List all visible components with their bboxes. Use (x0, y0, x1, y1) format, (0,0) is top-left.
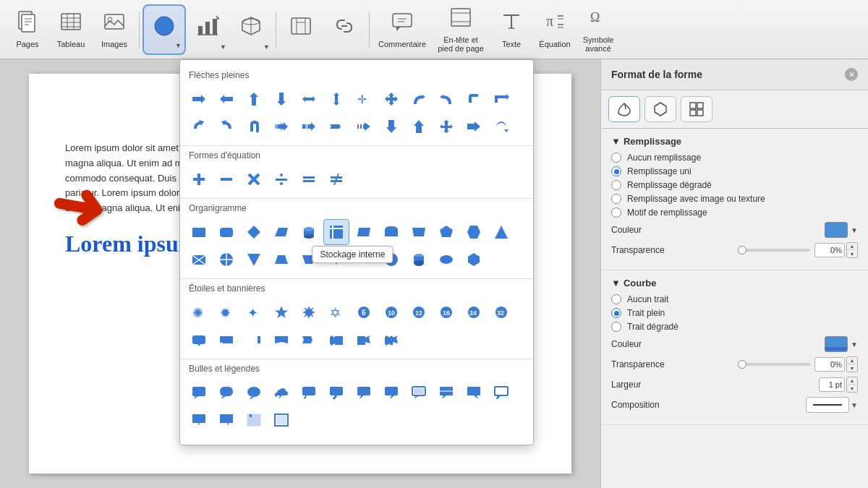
couleur-swatch[interactable] (825, 222, 848, 238)
shape-turn-left[interactable] (461, 86, 487, 112)
shape-caption4[interactable] (433, 380, 459, 406)
shape-curve-right[interactable] (406, 86, 432, 112)
largeur-spinner-down[interactable]: ▼ (847, 385, 857, 392)
radio-trait-degrade-btn[interactable] (611, 322, 621, 332)
shape-arrow-right2[interactable] (351, 247, 377, 273)
shape-crossed-rect[interactable] (186, 247, 212, 273)
shape-down-arrow[interactable] (268, 86, 294, 112)
courbe-couleur-dropdown[interactable]: ▼ (851, 341, 858, 348)
shape-bubble-round[interactable] (213, 380, 239, 406)
shape-rounded-oval[interactable] (433, 247, 459, 273)
radio-aucun-trait-btn[interactable] (611, 294, 621, 304)
toolbar-pages[interactable]: Pages (6, 4, 49, 55)
shape-rounded-rect[interactable] (213, 219, 239, 245)
shape-bubble-rect[interactable] (186, 380, 212, 406)
radio-degrade-btn[interactable] (611, 180, 621, 190)
courbe-transparence-spinner[interactable]: ▲ ▼ (846, 356, 858, 372)
toolbar-commentaire[interactable]: Commentaire (373, 4, 432, 55)
radio-trait-plein-btn[interactable] (611, 308, 621, 318)
toolbar-tableau[interactable]: Tableau (49, 4, 93, 55)
shape-badge6[interactable]: 6 (351, 299, 377, 325)
shape-star7[interactable]: ✡ (323, 299, 349, 325)
shape-inv-triangle[interactable] (241, 247, 267, 273)
shape-bubble-line1[interactable] (296, 380, 322, 406)
toolbar-chart[interactable]: ▼ (186, 4, 229, 55)
shape-down-arrow2[interactable] (378, 114, 404, 140)
shape-bubble-line2[interactable] (323, 380, 349, 406)
shape-starburst1[interactable]: ✺ (186, 299, 212, 325)
shape-elbow[interactable] (488, 86, 514, 112)
shape-caption10[interactable] (268, 407, 294, 433)
shape-equals[interactable] (296, 166, 322, 192)
shape-curve-left[interactable] (433, 86, 459, 112)
shape-minus[interactable] (213, 166, 239, 192)
shape-rounded-top[interactable] (378, 219, 404, 245)
shape-diamond[interactable] (241, 219, 267, 245)
shape-bubble-oval[interactable] (241, 380, 267, 406)
shape-star6[interactable] (296, 299, 322, 325)
toolbar-equation[interactable]: π Équation (533, 4, 576, 55)
courbe-spinner-up[interactable]: ▲ (847, 357, 857, 364)
shape-striped-arrow[interactable] (351, 114, 377, 140)
shape-caption5[interactable] (461, 380, 487, 406)
spinner-down[interactable]: ▼ (847, 250, 857, 257)
shape-cylinder[interactable] (296, 219, 322, 245)
shape-internal-storage[interactable]: Stockage interne (323, 219, 349, 245)
shape-uturn[interactable] (241, 114, 267, 140)
composition-dropdown[interactable]: ▼ (851, 401, 858, 409)
shape-notch-right[interactable] (323, 114, 349, 140)
shape-banner2[interactable] (213, 327, 239, 353)
shape-rect[interactable] (186, 219, 212, 245)
shape-pentagon[interactable] (433, 219, 459, 245)
shape-4way-arrow[interactable]: ✛ (351, 86, 377, 112)
shape-banner3[interactable] (241, 327, 267, 353)
panel-tab-arrange[interactable] (681, 96, 712, 122)
shape-right3[interactable] (296, 114, 322, 140)
shape-banner8[interactable] (378, 327, 404, 353)
shape-circle-cross[interactable] (213, 247, 239, 273)
toolbar-entete[interactable]: En-tête et pied de page (432, 4, 490, 55)
shape-caption1[interactable] (351, 380, 377, 406)
shape-banner1[interactable] (186, 327, 212, 353)
shape-caption9[interactable] (241, 407, 267, 433)
shape-sparkle[interactable]: ✦ (241, 299, 267, 325)
radio-aucun-btn[interactable] (611, 153, 621, 163)
shape-banner5[interactable] (296, 327, 322, 353)
toolbar-textbox[interactable] (279, 4, 323, 55)
shape-badge16[interactable]: 16 (433, 299, 459, 325)
shape-badge10[interactable]: 10 (378, 299, 404, 325)
transparence-input[interactable]: 0% (814, 243, 845, 257)
shape-diagonal-arrow[interactable] (378, 86, 404, 112)
shape-plus[interactable] (186, 166, 212, 192)
shape-starburst2[interactable]: ✹ (213, 299, 239, 325)
shape-inv-trapezoid[interactable] (296, 247, 322, 273)
shape-badge24[interactable]: 24 (461, 299, 487, 325)
shape-circle3[interactable] (378, 247, 404, 273)
shape-caption3[interactable] (406, 380, 432, 406)
shape-lr-arrow[interactable] (296, 86, 322, 112)
shape-ccw1[interactable] (186, 114, 212, 140)
transparence-spinner[interactable]: ▲ ▼ (846, 242, 858, 258)
toolbar-link[interactable] (323, 4, 366, 55)
shape-trapezoid[interactable] (406, 219, 432, 245)
toolbar-images[interactable]: Images (93, 4, 136, 55)
shape-inv-triangle2[interactable] (323, 247, 349, 273)
shape-banner6[interactable] (323, 327, 349, 353)
shape-hexagon[interactable] (461, 219, 487, 245)
shape-caption7[interactable] (186, 407, 212, 433)
slider-thumb[interactable] (738, 246, 746, 254)
shape-lrud[interactable] (433, 114, 459, 140)
largeur-spinner-up[interactable]: ▲ (847, 377, 857, 385)
shape-badge12[interactable]: 12 (406, 299, 432, 325)
courbe-slider-thumb[interactable] (738, 360, 746, 369)
shape-half-circle[interactable] (488, 114, 514, 140)
shape-ud-arrow[interactable] (323, 86, 349, 112)
shape-notequal[interactable] (323, 166, 349, 192)
shape-triangle[interactable] (488, 219, 514, 245)
panel-close-button[interactable]: ✕ (845, 68, 858, 81)
shape-right-arrow[interactable] (186, 86, 212, 112)
radio-motif-btn[interactable] (611, 207, 621, 218)
shape-cloud[interactable] (268, 380, 294, 406)
panel-tab-style[interactable] (608, 96, 640, 122)
courbe-spinner-down[interactable]: ▼ (847, 364, 857, 372)
